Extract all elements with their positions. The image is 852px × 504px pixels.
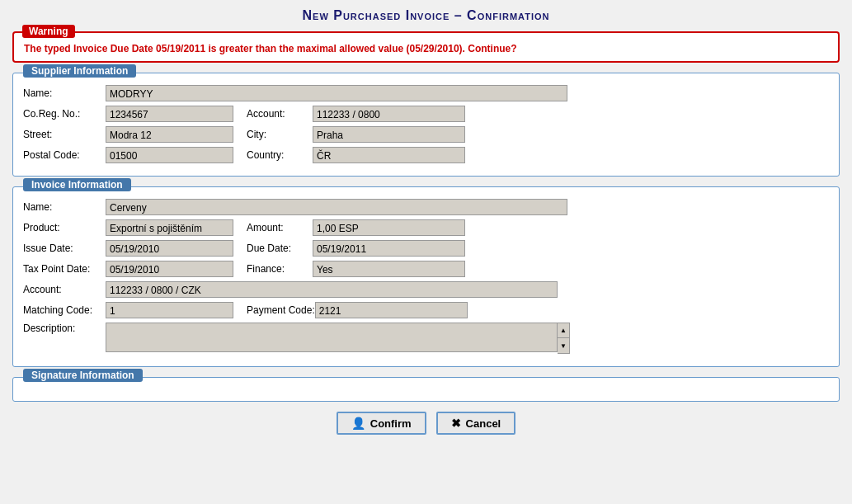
supplier-city-label: City:	[247, 129, 313, 140]
supplier-country-label: Country:	[247, 149, 313, 161]
confirm-icon: 👤	[351, 417, 365, 430]
invoice-amount-label: Amount:	[247, 222, 313, 233]
invoice-issue-date-label: Issue Date:	[23, 243, 106, 254]
page-title: New Purchased Invoice – Confirmation	[12, 8, 840, 23]
invoice-date-row: Issue Date: 05/19/2010 Due Date: 05/19/2…	[23, 240, 829, 257]
cancel-icon: ✖	[451, 417, 461, 430]
scroll-down-btn[interactable]: ▼	[558, 338, 569, 353]
invoice-section-label: Invoice Information	[23, 178, 131, 191]
invoice-finance-value: Yes	[313, 261, 465, 277]
invoice-tax-row: Tax Point Date: 05/19/2010 Finance: Yes	[23, 261, 829, 277]
invoice-due-date-value: 05/19/2011	[313, 240, 465, 257]
invoice-account-row: Account: 112233 / 0800 / CZK	[23, 281, 829, 298]
buttons-row: 👤 Confirm ✖ Cancel	[12, 412, 840, 435]
invoice-payment-code-value: 2121	[315, 302, 468, 318]
supplier-street-value: Modra 12	[106, 126, 233, 143]
invoice-issue-date-value: 05/19/2010	[106, 240, 233, 257]
warning-box: Warning The typed Invoice Due Date 05/19…	[12, 31, 840, 63]
invoice-section: Invoice Information Name: Cerveny Produc…	[12, 186, 840, 367]
invoice-description-textarea[interactable]	[106, 323, 558, 352]
supplier-street-row: Street: Modra 12 City: Praha	[23, 126, 829, 143]
invoice-product-value: Exportní s pojištěním	[106, 219, 233, 236]
supplier-coreg-label: Co.Reg. No.:	[23, 108, 106, 120]
invoice-description-row: Description: ▲ ▼	[23, 323, 829, 354]
invoice-matching-row: Matching Code: 1 Payment Code: 2121	[23, 302, 829, 318]
description-scrollbar: ▲ ▼	[558, 323, 570, 354]
invoice-name-row: Name: Cerveny	[23, 199, 829, 215]
supplier-coreg-value: 1234567	[106, 106, 233, 122]
invoice-amount-value: 1,00 ESP	[313, 219, 465, 236]
supplier-postal-label: Postal Code:	[23, 149, 106, 161]
invoice-account-label: Account:	[23, 284, 106, 295]
invoice-payment-code-label: Payment Code:	[247, 304, 315, 316]
warning-text: The typed Invoice Due Date 05/19/2011 is…	[24, 43, 828, 54]
supplier-name-row: Name: MODRYY	[23, 85, 829, 101]
warning-label: Warning	[22, 25, 75, 38]
invoice-description-label: Description:	[23, 323, 106, 334]
supplier-name-value: MODRYY	[106, 85, 567, 101]
invoice-tax-value: 05/19/2010	[106, 261, 233, 277]
invoice-name-label: Name:	[23, 201, 106, 213]
supplier-coreg-row: Co.Reg. No.: 1234567 Account: 112233 / 0…	[23, 106, 829, 122]
supplier-postal-row: Postal Code: 01500 Country: ČR	[23, 147, 829, 163]
supplier-section: Supplier Information Name: MODRYY Co.Reg…	[12, 73, 840, 177]
signature-section-label: Signature Information	[23, 369, 143, 382]
supplier-section-label: Supplier Information	[23, 64, 136, 78]
scroll-up-btn[interactable]: ▲	[558, 323, 569, 338]
invoice-tax-label: Tax Point Date:	[23, 263, 106, 275]
invoice-matching-label: Matching Code:	[23, 304, 106, 316]
supplier-city-value: Praha	[313, 126, 465, 143]
invoice-name-value: Cerveny	[106, 199, 567, 215]
invoice-matching-value: 1	[106, 302, 233, 318]
confirm-button[interactable]: 👤 Confirm	[337, 412, 426, 435]
signature-section: Signature Information	[12, 377, 840, 402]
invoice-product-label: Product:	[23, 222, 106, 233]
confirm-label: Confirm	[370, 417, 412, 430]
supplier-name-label: Name:	[23, 87, 106, 99]
cancel-button[interactable]: ✖ Cancel	[436, 412, 516, 435]
invoice-finance-label: Finance:	[247, 263, 313, 275]
supplier-account-label: Account:	[247, 108, 313, 120]
invoice-due-date-label: Due Date:	[247, 243, 313, 254]
invoice-account-value: 112233 / 0800 / CZK	[106, 281, 558, 298]
supplier-account-value: 112233 / 0800	[313, 106, 465, 122]
cancel-label: Cancel	[466, 417, 501, 430]
supplier-country-value: ČR	[313, 147, 465, 163]
invoice-product-row: Product: Exportní s pojištěním Amount: 1…	[23, 219, 829, 236]
supplier-postal-value: 01500	[106, 147, 233, 163]
supplier-street-label: Street:	[23, 129, 106, 140]
